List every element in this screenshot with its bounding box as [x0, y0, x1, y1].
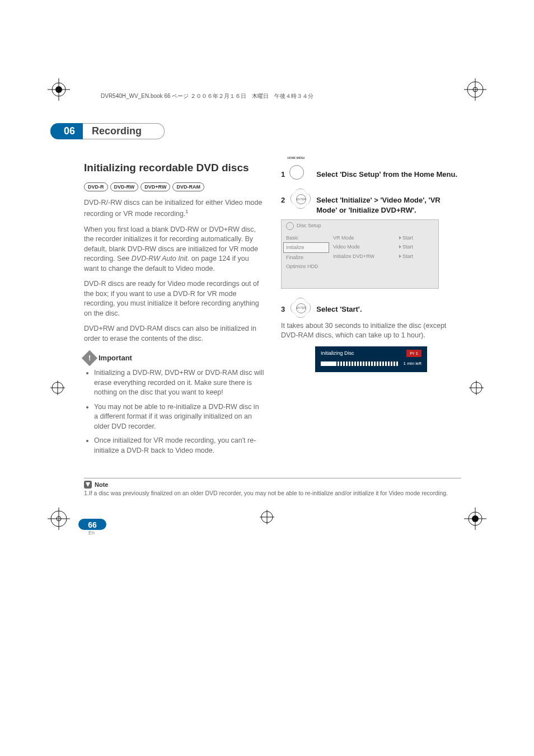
crop-mark-top-right: [464, 78, 486, 101]
badge-dvd-r: DVD-R: [84, 182, 108, 192]
badge-dvd-rw: DVD-RW: [110, 182, 139, 192]
home-menu-button-icon: HOME MENU: [289, 162, 312, 180]
page-language: En: [88, 530, 461, 536]
important-label: Important: [99, 353, 132, 363]
page-number: 66: [78, 519, 106, 530]
crop-mark-top-left: [48, 78, 70, 101]
footnote-section: Note 1.If a disc was previously finalize…: [84, 478, 461, 496]
osd-menu-middle: VR Mode Video Mode Initialize DVD+RW: [331, 232, 397, 288]
disc-icon: [286, 222, 294, 230]
section-title: Initializing recordable DVD discs: [84, 162, 264, 175]
reg-mark-right: [469, 381, 484, 395]
reg-mark-left: [50, 381, 65, 395]
play-triangle-icon: [399, 236, 401, 240]
page-footer: 66 En: [84, 519, 461, 536]
play-triangle-icon: [399, 255, 401, 258]
osd-menu-right: Start Start Start: [397, 232, 438, 288]
osd-option: VR Mode: [333, 233, 395, 243]
osd-action-label: Start: [402, 235, 413, 241]
osd-action: Start: [399, 242, 436, 252]
step-3-number: 3: [281, 304, 285, 314]
play-triangle-icon: [399, 245, 401, 248]
important-icon: !: [82, 350, 97, 366]
crop-mark-bottom-left: [48, 508, 70, 530]
osd-menu-item: Basic: [284, 233, 329, 243]
footnote-ref-1: 1: [185, 209, 188, 214]
enter-icon-label: ENTER: [296, 194, 306, 204]
osd-menu-item: Finalize: [284, 253, 329, 262]
step-2-number: 2: [281, 195, 285, 205]
osd-action-label: Start: [402, 253, 413, 259]
paragraph-4: DVD+RW and DVD-RAM discs can also be ini…: [84, 324, 264, 344]
badge-dvd-plus-rw: DVD+RW: [140, 182, 170, 192]
osd-option: Initialize DVD+RW: [333, 252, 395, 261]
important-heading: ! Important: [84, 353, 264, 364]
step-1-text: Select 'Disc Setup' from the Home Menu.: [316, 170, 457, 180]
paragraph-2: When you first load a blank DVD-RW or DV…: [84, 225, 264, 274]
disc-type-badges: DVD-R DVD-RW DVD+RW DVD-RAM: [84, 182, 264, 192]
osd-menu-item-selected: Initialize: [283, 242, 329, 253]
osd-menu-item: Optimize HDD: [284, 262, 329, 271]
badge-dvd-ram: DVD-RAM: [172, 182, 204, 192]
enter-button-icon: ENTER: [289, 187, 312, 210]
paragraph-1: DVD-R/-RW discs can be initialized for e…: [84, 198, 264, 219]
paragraph-1-text: DVD-R/-RW discs can be initialized for e…: [84, 199, 262, 218]
osd-option: Video Mode: [333, 242, 395, 252]
step-3-followup: It takes about 30 seconds to initialize …: [281, 321, 461, 341]
progress-program-badge: Pr 1: [406, 350, 421, 357]
list-item: You may not be able to re-initialize a D…: [94, 402, 264, 432]
enter-icon-label: ENTER: [296, 303, 306, 313]
print-job-header: DVR540H_WV_EN.book 66 ページ ２００６年２月１６日 木曜日…: [101, 92, 313, 100]
osd-title-bar: Disc Setup: [282, 220, 438, 232]
osd-action: Start: [399, 233, 436, 243]
list-item: Initializing a DVD-RW, DVD+RW or DVD-RAM…: [94, 368, 264, 398]
step-3: 3 ENTER Select 'Start'. It takes about 3…: [281, 297, 461, 372]
important-list: Initializing a DVD-RW, DVD+RW or DVD-RAM…: [84, 368, 264, 456]
progress-bar: [321, 361, 399, 366]
step-3-text: Select 'Start'.: [316, 304, 362, 314]
left-column: Initializing recordable DVD discs DVD-R …: [84, 162, 264, 461]
list-item: Once initialized for VR mode recording, …: [94, 436, 264, 456]
initializing-progress-screenshot: Initializing Disc Pr 1 1 min left: [315, 346, 427, 372]
osd-menu-left: Basic Initialize Finalize Optimize HDD: [282, 232, 331, 288]
paragraph-3: DVD-R discs are ready for Video mode rec…: [84, 279, 264, 318]
step-1: 1 HOME MENU Select 'Disc Setup' from the…: [281, 162, 461, 180]
progress-title: Initializing Disc: [321, 350, 354, 357]
crop-mark-bottom-right: [464, 508, 486, 530]
home-menu-icon-label: HOME MENU: [287, 156, 305, 160]
step-1-number: 1: [281, 170, 285, 180]
note-icon: [84, 481, 92, 489]
right-column: 1 HOME MENU Select 'Disc Setup' from the…: [281, 162, 461, 461]
paragraph-2-italic: DVD-RW Auto Init.: [132, 255, 190, 262]
enter-button-icon: ENTER: [289, 297, 312, 319]
chapter-heading: 06 Recording: [84, 123, 461, 139]
disc-setup-screenshot: Disc Setup Basic Initialize Finalize Opt…: [281, 219, 439, 289]
osd-title-text: Disc Setup: [297, 222, 321, 229]
osd-action-label: Start: [402, 244, 413, 250]
step-2-text: Select 'Initialize' > 'Video Mode', 'VR …: [316, 195, 461, 215]
progress-time-left: 1 min left: [404, 360, 421, 367]
footnote-text: 1.If a disc was previously finalized on …: [84, 490, 461, 496]
step-2: 2 ENTER Select 'Initialize' > 'Video Mod…: [281, 187, 461, 289]
chapter-number-chip: 06: [50, 123, 83, 139]
osd-action: Start: [399, 252, 436, 261]
chapter-title: Recording: [83, 123, 165, 139]
note-label: Note: [95, 481, 108, 488]
